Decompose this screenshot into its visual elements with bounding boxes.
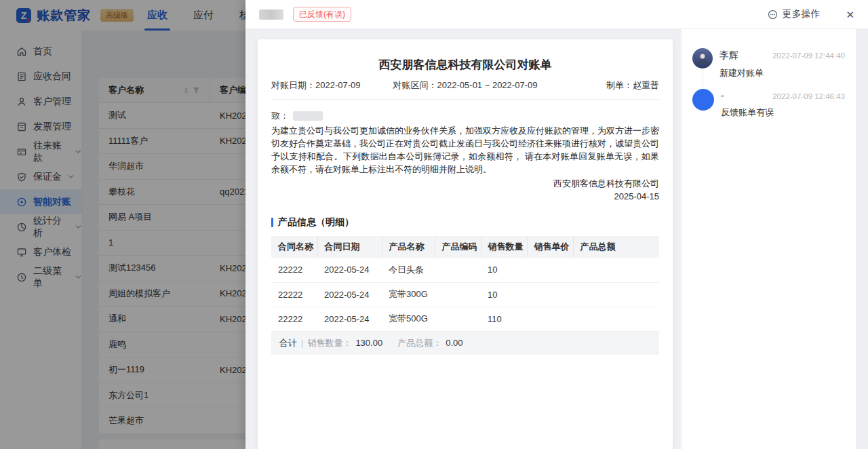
- product-cell: 22222: [271, 258, 317, 282]
- product-column-header: 销售数量: [481, 236, 527, 258]
- drawer-body: 西安朋客信息科技有限公司对账单 对账日期：2022-07-09 对账区间：202…: [245, 29, 868, 449]
- status-badge: 已反馈(有误): [293, 7, 351, 22]
- summary-amount-value: 0.00: [446, 338, 462, 348]
- redacted-recipient: [293, 111, 323, 121]
- product-cell: [527, 282, 573, 307]
- timeline-timestamp: 2022-07-09 12:46:43: [772, 92, 845, 100]
- product-column-header: 销售单价: [527, 236, 573, 258]
- timeline-timestamp: 2022-07-09 12:44:40: [772, 52, 845, 60]
- meta-date: 对账日期：2022-07-09: [271, 79, 385, 92]
- product-column-header: 合同日期: [317, 236, 382, 258]
- product-table-summary: 合计 | 销售数量： 130.00 产品总额： 0.00: [271, 332, 659, 355]
- product-column-header: 产品编码: [435, 236, 481, 258]
- timeline-item: 李辉2022-07-09 12:44:40新建对账单: [692, 48, 845, 89]
- product-column-header: 合同名称: [271, 236, 317, 258]
- timeline-item: -2022-07-09 12:46:43反馈账单有误: [692, 89, 845, 128]
- product-cell: 宽带300G: [382, 282, 435, 307]
- product-cell: [573, 258, 659, 282]
- product-section-title: 产品信息（明细）: [271, 216, 659, 229]
- drawer-header: 已反馈(有误) 更多操作 ✕: [245, 0, 868, 29]
- more-actions-button[interactable]: 更多操作: [768, 8, 820, 20]
- product-cell: 2022-05-24: [317, 258, 382, 282]
- timeline-action: 新建对账单: [719, 67, 845, 79]
- ellipsis-circle-icon: [768, 9, 778, 20]
- product-cell: [527, 307, 573, 331]
- redacted-title: [259, 9, 283, 20]
- more-actions-label: 更多操作: [782, 8, 820, 20]
- avatar: [692, 48, 713, 69]
- activity-timeline: 李辉2022-07-09 12:44:40新建对账单-2022-07-09 12…: [682, 29, 856, 449]
- section-accent-bar: [271, 218, 273, 227]
- reconciliation-drawer: 已反馈(有误) 更多操作 ✕ 西安朋客信息科技有限公司对账单: [245, 0, 868, 449]
- summary-amount-label: 产品总额：: [397, 337, 441, 349]
- product-row: 222222022-05-24宽带500G110: [271, 307, 659, 331]
- signature-date: 2025-04-15: [271, 190, 659, 203]
- product-cell: 22222: [271, 307, 317, 331]
- product-cell: 今日头条: [382, 258, 435, 282]
- product-cell: 10: [481, 258, 527, 282]
- summary-qty-value: 130.00: [355, 338, 382, 348]
- statement-document: 西安朋客信息科技有限公司对账单 对账日期：2022-07-09 对账区间：202…: [258, 39, 673, 449]
- timeline-user-name: -: [721, 90, 724, 101]
- product-cell: [573, 307, 659, 331]
- product-cell: 2022-05-24: [317, 282, 382, 307]
- product-cell: [435, 282, 481, 307]
- product-column-header: 产品总额: [573, 236, 659, 258]
- meta-range: 对账区间：2022-05-01 ~ 2022-07-09: [385, 79, 545, 92]
- salutation: 致：: [271, 110, 659, 122]
- document-body-text: 为建立贵公司与我公司更加诚信的业务伙伴关系，加强双方应收及应付账款的管理，为双方…: [271, 124, 659, 176]
- document-meta: 对账日期：2022-07-09 对账区间：2022-05-01 ~ 2022-0…: [271, 79, 659, 92]
- product-cell: 22222: [271, 282, 317, 307]
- product-cell: 110: [481, 307, 527, 331]
- meta-maker: 制单：赵重普: [545, 79, 659, 92]
- product-cell: 宽带500G: [382, 307, 435, 331]
- product-table-header: 合同名称合同日期产品名称产品编码销售数量销售单价产品总额: [271, 236, 659, 258]
- product-table: 合同名称合同日期产品名称产品编码销售数量销售单价产品总额 222222022-0…: [271, 236, 659, 332]
- product-cell: [435, 258, 481, 282]
- product-cell: 2022-05-24: [317, 307, 382, 331]
- product-cell: [527, 258, 573, 282]
- summary-qty-label: 销售数量：: [307, 337, 351, 349]
- product-cell: [435, 307, 481, 331]
- avatar-dot: [692, 89, 714, 111]
- divider: [271, 99, 659, 100]
- product-row: 222222022-05-24今日头条10: [271, 258, 659, 282]
- product-cell: [573, 282, 659, 307]
- document-title: 西安朋客信息科技有限公司对账单: [271, 57, 659, 73]
- product-column-header: 产品名称: [382, 236, 435, 258]
- product-cell: 10: [481, 282, 527, 307]
- timeline-user-name: 李辉: [719, 50, 738, 62]
- summary-label: 合计: [279, 337, 297, 349]
- signature-company: 西安朋客信息科技有限公司: [271, 177, 659, 190]
- product-row: 222222022-05-24宽带300G10: [271, 282, 659, 307]
- close-icon[interactable]: ✕: [846, 9, 854, 20]
- timeline-action: 反馈账单有误: [721, 106, 845, 119]
